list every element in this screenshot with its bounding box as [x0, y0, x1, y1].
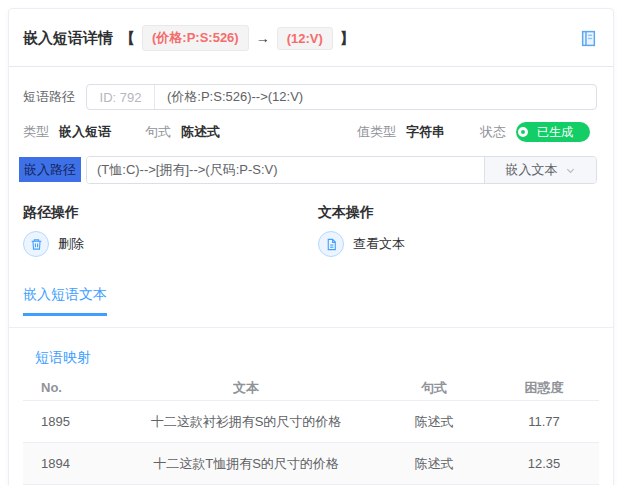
delete-action: 删除: [23, 231, 318, 257]
path-ops-title: 路径操作: [23, 204, 318, 222]
cell-perplexity: 11.77: [489, 414, 599, 429]
status-badge: 已生成: [537, 124, 573, 141]
value-type-value: 字符串: [406, 123, 445, 141]
cell-no: 1894: [23, 456, 113, 471]
col-header-text: 文本: [113, 379, 379, 397]
status-toggle[interactable]: 已生成: [516, 122, 590, 142]
value-type-pair: 值类型 字符串: [357, 123, 445, 141]
type-value: 嵌入短语: [59, 123, 111, 141]
toggle-knob-icon: [518, 127, 528, 137]
cell-no: 1895: [23, 414, 113, 429]
col-header-pattern: 句式: [379, 379, 489, 397]
bracket-close: 】: [340, 29, 355, 48]
pattern-value: 陈述式: [181, 123, 220, 141]
col-header-perplexity: 困惑度: [489, 379, 599, 397]
text-ops-title: 文本操作: [318, 204, 597, 222]
embed-text-dropdown[interactable]: 嵌入文本: [484, 157, 596, 183]
pattern-pair: 句式 陈述式: [145, 123, 220, 141]
notebook-icon[interactable]: [580, 30, 597, 47]
type-label: 类型: [23, 123, 49, 141]
value-type-label: 值类型: [357, 123, 396, 141]
phrase-path-value: (价格:P:S:526)-->(12:V): [155, 85, 315, 109]
detail-card: 嵌入短语详情 【 (价格:P:S:526) → (12:V) 】 短语路径 ID…: [8, 8, 614, 485]
table-row[interactable]: 1894 十二这款T恤拥有S的尺寸的价格 陈述式 12.35: [23, 443, 599, 485]
tabs-bar: 嵌入短语文本: [23, 285, 597, 316]
phrase-path-label: 短语路径: [23, 88, 86, 106]
target-phrase-tag: (12:V): [277, 27, 333, 50]
cell-text: 十二这款衬衫拥有S的尺寸的价格: [113, 413, 379, 431]
view-text-label[interactable]: 查看文本: [353, 235, 405, 253]
delete-label[interactable]: 删除: [58, 235, 84, 253]
phrase-mapping-title: 短语映射: [35, 349, 613, 367]
trash-icon: [30, 238, 43, 251]
section-divider: [9, 327, 613, 328]
embed-path-input-group: (T恤:C)-->[拥有]-->(尺码:P-S:V) 嵌入文本: [86, 156, 597, 184]
page-title: 嵌入短语详情: [23, 29, 113, 48]
bracket-open: 【: [120, 29, 135, 48]
document-icon: [325, 238, 338, 251]
view-text-button[interactable]: [318, 231, 344, 257]
operations-row: 路径操作 删除 文本操作 查看: [23, 204, 597, 257]
tab-embed-phrase-text[interactable]: 嵌入短语文本: [23, 286, 107, 316]
status-pair: 状态 已生成: [480, 122, 590, 142]
col-header-no: No.: [23, 380, 113, 395]
pattern-label: 句式: [145, 123, 171, 141]
embed-text-dropdown-label: 嵌入文本: [506, 161, 558, 179]
view-text-action: 查看文本: [318, 231, 597, 257]
embed-path-input[interactable]: (T恤:C)-->[拥有]-->(尺码:P-S:V): [87, 157, 484, 183]
status-label: 状态: [480, 123, 506, 141]
arrow-icon: →: [256, 30, 270, 46]
table-row[interactable]: 1895 十二这款衬衫拥有S的尺寸的价格 陈述式 11.77: [23, 401, 599, 443]
mapping-table: No. 文本 句式 困惑度 1895 十二这款衬衫拥有S的尺寸的价格 陈述式 1…: [23, 375, 599, 485]
cell-text: 十二这款T恤拥有S的尺寸的价格: [113, 455, 379, 473]
phrase-path-row: 短语路径 ID: 792 (价格:P:S:526)-->(12:V): [23, 84, 597, 110]
embed-path-row: 嵌入路径 (T恤:C)-->[拥有]-->(尺码:P-S:V) 嵌入文本: [23, 156, 597, 184]
chevron-down-icon: [565, 165, 576, 176]
embed-path-label-wrap: 嵌入路径: [23, 161, 86, 179]
type-pair: 类型 嵌入短语: [23, 123, 111, 141]
source-phrase-tag: (价格:P:S:526): [142, 25, 249, 51]
text-operations-col: 文本操作 查看文本: [318, 204, 597, 257]
attributes-row: 类型 嵌入短语 句式 陈述式 值类型 字符串 状态 已生成: [23, 122, 597, 142]
cell-perplexity: 12.35: [489, 456, 599, 471]
phrase-id-prefix: ID: 792: [87, 85, 155, 109]
path-operations-col: 路径操作 删除: [23, 204, 318, 257]
phrase-path-field[interactable]: ID: 792 (价格:P:S:526)-->(12:V): [86, 84, 597, 110]
cell-pattern: 陈述式: [379, 455, 489, 473]
header: 嵌入短语详情 【 (价格:P:S:526) → (12:V) 】: [9, 9, 613, 67]
embed-path-label: 嵌入路径: [19, 157, 81, 182]
table-header-row: No. 文本 句式 困惑度: [23, 375, 599, 401]
delete-button[interactable]: [23, 231, 49, 257]
cell-pattern: 陈述式: [379, 413, 489, 431]
